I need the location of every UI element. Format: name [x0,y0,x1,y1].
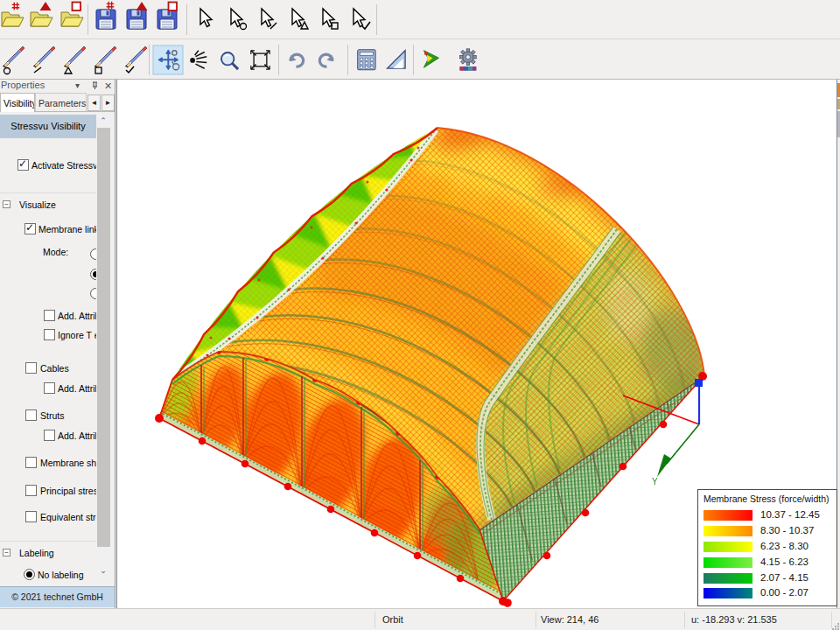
svg-text:Y: Y [652,477,658,486]
